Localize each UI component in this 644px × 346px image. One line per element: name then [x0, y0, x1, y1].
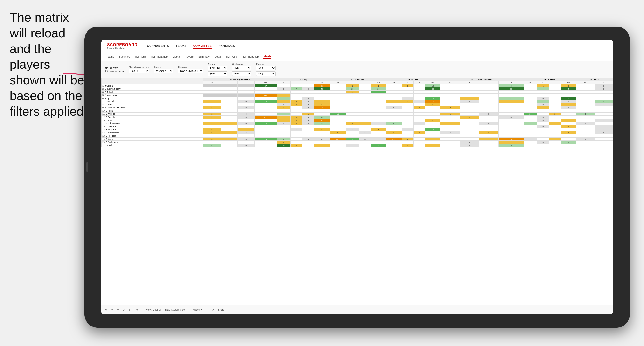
- subnav-matrix2[interactable]: Matrix: [264, 54, 271, 59]
- subnav-summary[interactable]: Summary: [119, 55, 130, 59]
- division-select[interactable]: NCAA Division II: [178, 69, 203, 73]
- matrix-cell: 27: [254, 84, 277, 87]
- matrix-cell: [254, 128, 277, 131]
- matrix-cell: 10: [371, 87, 386, 91]
- view-original-btn[interactable]: View: Original: [146, 308, 161, 311]
- nav-rankings[interactable]: RANKINGS: [218, 43, 235, 49]
- matrix-cell: [254, 131, 277, 135]
- matrix-cell: [221, 91, 238, 94]
- undo-btn[interactable]: ↺: [105, 308, 107, 311]
- matrix-cell: [524, 125, 537, 128]
- subnav-h2h-heatmap2[interactable]: H2H Heatmap: [242, 55, 259, 59]
- matrix-cell: [290, 106, 302, 109]
- region-select1[interactable]: East - DII: [208, 66, 227, 70]
- matrix-cell: 0: [302, 106, 314, 109]
- matrix-cell: [524, 91, 537, 94]
- matrix-cell: 1: [290, 103, 302, 106]
- subnav-detail[interactable]: Detail: [214, 55, 221, 59]
- table-row: 11. G Woods104111101414: [102, 113, 613, 116]
- nav-teams[interactable]: TEAMS: [176, 43, 186, 49]
- subnav-summary2[interactable]: Summary: [198, 55, 210, 59]
- more-btn[interactable]: ⋯: [206, 308, 208, 311]
- refresh-btn[interactable]: ⟳: [136, 308, 138, 311]
- matrix-cell: [221, 84, 238, 87]
- matrix-cell: 0: [561, 100, 576, 103]
- matrix-cell: 3: [203, 100, 221, 103]
- matrix-cell: [386, 109, 402, 113]
- matrix-cell: 0: [594, 128, 613, 131]
- matrix-cell: 4: [277, 138, 290, 141]
- matrix-cell: 0: [594, 87, 613, 91]
- player-name-cell: 14. S Srichantamit: [102, 122, 203, 125]
- matrix-cell: [498, 106, 524, 109]
- matrix-cell: 0: [302, 103, 314, 106]
- matrix-cell: 0: [302, 119, 314, 122]
- matrix-cell: [238, 87, 254, 91]
- compact-view-radio[interactable]: [105, 70, 108, 72]
- players-select1[interactable]: (All): [256, 66, 276, 70]
- players-select2[interactable]: (All): [256, 71, 276, 76]
- matrix-cell: 2: [561, 125, 576, 128]
- matrix-cell: [346, 119, 359, 122]
- expand-btn[interactable]: ⤢: [212, 308, 214, 311]
- subnav-teams[interactable]: Teams: [106, 55, 114, 59]
- matrix-cell: [426, 109, 440, 113]
- division-filter: Division NCAA Division II: [178, 66, 203, 73]
- subnav-players[interactable]: Players: [184, 55, 194, 59]
- matrix-cell: [314, 113, 330, 116]
- matrix-cell: 0: [277, 87, 290, 91]
- watch-btn[interactable]: Watch ▾: [193, 308, 202, 311]
- matrix-cell: [402, 106, 413, 109]
- max-players-select[interactable]: Top 25: [129, 69, 149, 73]
- matrix-cell: [537, 91, 549, 94]
- matrix-cell: [549, 100, 561, 103]
- search-btn[interactable]: ⊙: [122, 308, 124, 311]
- subnav-matrix[interactable]: Matrix: [172, 55, 180, 59]
- full-view-radio[interactable]: [105, 66, 108, 69]
- matrix-cell: [290, 113, 302, 116]
- share-btn[interactable]: Share: [218, 308, 224, 311]
- matrix-cell: [549, 119, 561, 122]
- conference-select1[interactable]: (All): [232, 66, 252, 70]
- matrix-cell: 40: [314, 87, 330, 91]
- separator1: [142, 308, 142, 312]
- matrix-cell: 25: [561, 97, 576, 100]
- matrix-cell: [414, 94, 426, 97]
- matrix-cell: [402, 87, 413, 91]
- matrix-cell: 2: [440, 106, 460, 109]
- nav-tournaments[interactable]: TOURNAMENTS: [145, 43, 169, 49]
- subh-w4: W: [386, 81, 402, 84]
- full-view-option[interactable]: Full View: [105, 66, 124, 69]
- subnav-h2h-heatmap[interactable]: H2H Heatmap: [151, 55, 168, 59]
- back-btn[interactable]: ↩: [117, 308, 119, 311]
- redo-btn[interactable]: ↻: [111, 308, 113, 311]
- compact-view-option[interactable]: Compact View: [105, 70, 124, 73]
- matrix-cell: 0: [594, 131, 613, 135]
- matrix-cell: [460, 106, 479, 109]
- content-area: Full View Compact View Max players in vi…: [101, 61, 613, 315]
- matrix-cell: [402, 103, 413, 106]
- matrix-cell: 1: [460, 97, 479, 100]
- matrix-cell: [359, 94, 371, 97]
- matrix-cell: -11: [314, 84, 330, 87]
- matrix-cell: [386, 128, 402, 131]
- subnav-h2h-grid2[interactable]: H2H Grid: [226, 55, 237, 59]
- gender-select[interactable]: Women's: [154, 69, 173, 73]
- conference-select2[interactable]: (All): [232, 71, 252, 76]
- nav-items: TOURNAMENTS TEAMS COMMITTEE RANKINGS: [145, 43, 235, 49]
- matrix-cell: [576, 119, 595, 122]
- matrix-cell: [330, 141, 346, 144]
- region-select2[interactable]: (All): [208, 71, 227, 76]
- subh-t2: T: [302, 81, 314, 84]
- matrix-cell: 3: [203, 122, 221, 125]
- matrix-cell: [460, 122, 479, 125]
- subnav-h2h-grid[interactable]: H2H Grid: [135, 55, 146, 59]
- matrix-cell: [254, 106, 277, 109]
- nav-committee[interactable]: COMMITTEE: [193, 43, 212, 49]
- matrix-scroll-area[interactable]: 2. M Kelly Mulcahy 6. A Dy 11. G Woods 2…: [101, 78, 613, 305]
- matrix-cell: [254, 97, 277, 100]
- zoom-btn[interactable]: ⊕ −: [128, 308, 132, 311]
- matrix-cell: [594, 106, 613, 109]
- matrix-cell: [414, 116, 426, 119]
- save-custom-btn[interactable]: Save Custom View: [165, 308, 185, 311]
